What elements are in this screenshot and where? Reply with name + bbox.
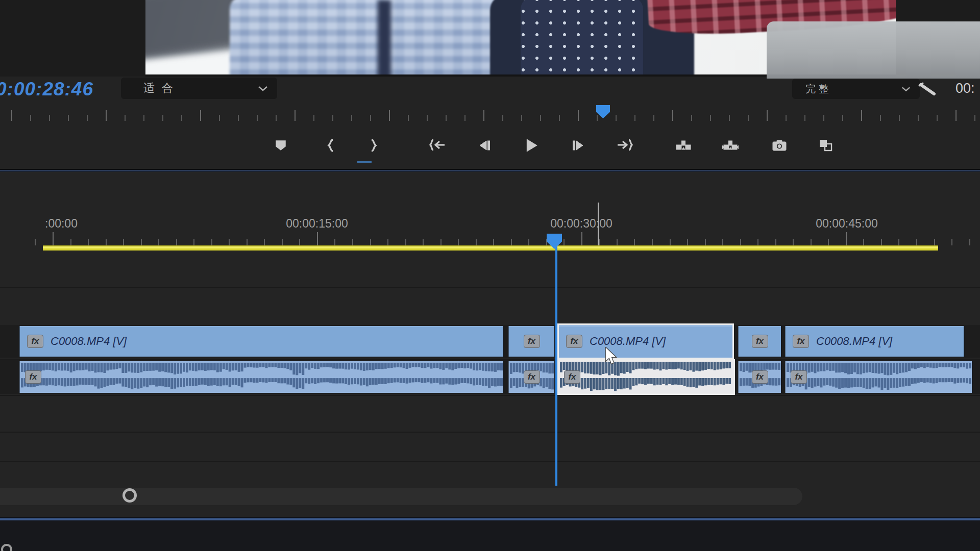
extract-button[interactable] — [719, 133, 742, 158]
audio-clip[interactable]: fx — [738, 361, 782, 393]
ruler-timecode-label: 00:00:45:00 — [816, 217, 878, 231]
ruler-tick — [653, 115, 654, 121]
mark-out-button[interactable] — [362, 133, 385, 158]
track-divider — [0, 395, 980, 396]
horizontal-scrollbar-track[interactable] — [0, 488, 802, 505]
ruler-tick — [458, 239, 459, 245]
fx-badge[interactable]: fx — [752, 335, 768, 348]
ruler-tick — [370, 115, 371, 121]
timeline-ruler[interactable]: :00:0000:00:15:0000:00:30:0000:00:45:00 — [0, 172, 980, 245]
audio-waveform — [786, 361, 972, 393]
playback-resolution-dropdown[interactable]: 完整 — [792, 79, 920, 99]
mouse-cursor — [604, 347, 618, 367]
ruler-tick — [842, 115, 843, 121]
ruler-tick — [652, 239, 653, 245]
fx-badge[interactable]: fx — [524, 335, 540, 348]
horizontal-scrollbar-handle[interactable] — [122, 488, 137, 503]
audio-clip[interactable]: fx — [19, 361, 504, 393]
playhead-timecode[interactable]: 0:00:28:46 — [0, 79, 93, 100]
ruler-tick — [317, 232, 318, 245]
fx-badge[interactable]: fx — [524, 370, 540, 384]
fx-badge[interactable]: fx — [566, 335, 582, 348]
zoom-level-value: 适合 — [143, 81, 180, 96]
video-clip[interactable]: fx C0008.MP4 [V] — [557, 323, 734, 359]
step-forward-button[interactable] — [567, 133, 590, 158]
timeline-playhead-line[interactable] — [555, 241, 557, 486]
ruler-tick — [405, 239, 406, 245]
timeline-bottom-area — [0, 520, 980, 551]
ruler-tick — [916, 239, 917, 245]
monitor-mini-ruler[interactable] — [0, 102, 980, 122]
fx-badge[interactable]: fx — [791, 370, 807, 384]
zoom-level-dropdown[interactable]: 适合 — [121, 78, 277, 99]
ruler-tick — [811, 239, 812, 245]
ruler-tick — [955, 110, 957, 121]
ruler-tick — [408, 115, 409, 121]
audio-waveform — [20, 361, 503, 393]
active-tool-underline — [357, 161, 372, 163]
ruler-tick — [528, 239, 529, 245]
audio-track-a1[interactable]: fx fx fx fx fx — [0, 360, 980, 394]
ruler-tick — [423, 239, 424, 245]
add-marker-button[interactable] — [270, 133, 292, 158]
ruler-tick — [880, 115, 881, 121]
step-back-button[interactable] — [473, 133, 496, 158]
sequence-duration-timecode: 00: — [955, 81, 975, 96]
ruler-tick — [464, 115, 465, 121]
ruler-tick — [352, 239, 353, 245]
fx-badge[interactable]: fx — [564, 370, 580, 384]
monitor-playhead-marker[interactable] — [596, 105, 610, 118]
ruler-tick — [937, 115, 938, 121]
ruler-tick — [229, 239, 230, 245]
ruler-tick — [775, 239, 776, 245]
video-clip-label: C0008.MP4 [V] — [816, 335, 892, 348]
audio-clip[interactable]: fx — [557, 359, 735, 395]
fx-badge[interactable]: fx — [752, 370, 768, 384]
video-clip[interactable]: fx — [508, 326, 555, 357]
ruler-tick — [710, 115, 711, 121]
ruler-tick — [616, 115, 617, 121]
ruler-tick — [106, 239, 107, 245]
ruler-tick — [846, 232, 847, 245]
ruler-tick — [617, 239, 618, 245]
audio-clip[interactable]: fx — [785, 361, 973, 393]
ruler-tick — [276, 115, 277, 121]
ruler-tick — [881, 239, 882, 245]
go-to-out-button[interactable] — [614, 133, 636, 158]
go-to-in-button[interactable] — [426, 133, 448, 158]
transport-controls — [0, 122, 980, 169]
settings-wrench-icon[interactable] — [917, 81, 939, 100]
ruler-tick — [564, 239, 565, 245]
video-track-v1[interactable]: fx C0008.MP4 [V] fx fx C0008.MP4 [V] fx … — [0, 325, 980, 358]
ruler-tick — [88, 239, 89, 245]
work-area-bar[interactable] — [43, 245, 938, 251]
fx-badge[interactable]: fx — [27, 335, 43, 348]
ruler-tick — [141, 239, 142, 245]
chevron-down-icon — [901, 83, 911, 95]
ruler-tick — [70, 239, 71, 245]
fx-badge[interactable]: fx — [25, 370, 41, 384]
ruler-tick — [299, 239, 300, 245]
ruler-tick — [176, 239, 177, 245]
video-clip[interactable]: fx C0008.MP4 [V] — [785, 326, 965, 357]
timeline-panel: :00:0000:00:15:0000:00:30:0000:00:45:00 … — [0, 172, 980, 551]
ruler-tick — [446, 115, 447, 121]
ruler-tick — [181, 115, 182, 121]
ruler-tick — [722, 239, 723, 245]
fx-badge[interactable]: fx — [793, 335, 809, 348]
audio-clip[interactable]: fx — [508, 361, 555, 393]
mark-in-button[interactable] — [320, 133, 342, 158]
video-clip[interactable]: fx C0008.MP4 [V] — [19, 326, 504, 357]
ruler-tick — [49, 115, 50, 121]
preview-person-divider — [378, 0, 391, 77]
ruler-tick — [828, 239, 829, 245]
lift-button[interactable] — [672, 133, 695, 158]
play-button[interactable] — [520, 133, 543, 158]
video-clip[interactable]: fx — [738, 326, 782, 357]
comparison-view-button[interactable] — [815, 133, 838, 158]
ruler-tick — [521, 115, 522, 121]
ruler-tick — [559, 115, 560, 121]
ruler-tick — [427, 115, 428, 121]
ruler-tick — [493, 239, 494, 245]
export-frame-button[interactable] — [768, 133, 791, 158]
